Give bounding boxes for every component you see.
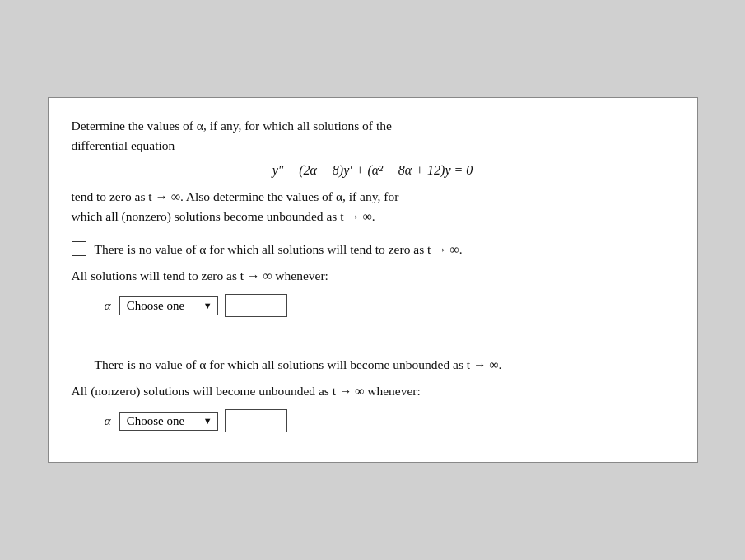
alpha-symbol-2: α: [105, 411, 111, 431]
condition-row-1: α Choose one < ≤ > ≥ = ▼: [105, 294, 674, 317]
problem-line4: which all (nonzero) solutions become unb…: [72, 209, 375, 223]
problem-card: Determine the values of α, if any, for w…: [48, 97, 698, 464]
condition-row-2: α Choose one < ≤ > ≥ = ▼: [105, 409, 674, 432]
checkbox-row-2: There is no value of α for which all sol…: [72, 355, 674, 375]
choose-one-dropdown-2[interactable]: Choose one < ≤ > ≥ =: [127, 414, 200, 427]
answer-input-2[interactable]: [225, 409, 287, 432]
dropdown-arrow-1: ▼: [203, 299, 212, 313]
checkbox-no-unbounded-value[interactable]: [72, 357, 86, 371]
problem-line2: differential equation: [72, 138, 175, 152]
choose-one-dropdown-1[interactable]: Choose one < ≤ > ≥ =: [127, 299, 200, 312]
condition-line-2: All (nonzero) solutions will become unbo…: [72, 381, 674, 401]
section-tend-to-zero: There is no value of α for which all sol…: [72, 240, 674, 317]
section-become-unbounded: There is no value of α for which all sol…: [72, 355, 674, 432]
dropdown-wrapper-1[interactable]: Choose one < ≤ > ≥ = ▼: [119, 296, 218, 315]
condition-line-1: All solutions will tend to zero as t → ∞…: [72, 266, 674, 286]
problem-statement: Determine the values of α, if any, for w…: [72, 116, 674, 227]
problem-line1: Determine the values of α, if any, for w…: [72, 119, 392, 133]
checkbox-label-1: There is no value of α for which all sol…: [95, 240, 463, 259]
dropdown-arrow-2: ▼: [203, 414, 212, 428]
answer-input-1[interactable]: [225, 294, 287, 317]
checkbox-no-zero-value[interactable]: [72, 241, 86, 256]
checkbox-row-1: There is no value of α for which all sol…: [72, 240, 674, 259]
dropdown-wrapper-2[interactable]: Choose one < ≤ > ≥ = ▼: [119, 412, 218, 431]
equation-display: y″ − (2α − 8)y′ + (α² − 8α + 12)y = 0: [72, 161, 674, 181]
checkbox-label-2: There is no value of α for which all sol…: [95, 355, 502, 375]
problem-line3: tend to zero as t → ∞. Also determine th…: [72, 189, 399, 203]
alpha-symbol-1: α: [105, 296, 111, 315]
